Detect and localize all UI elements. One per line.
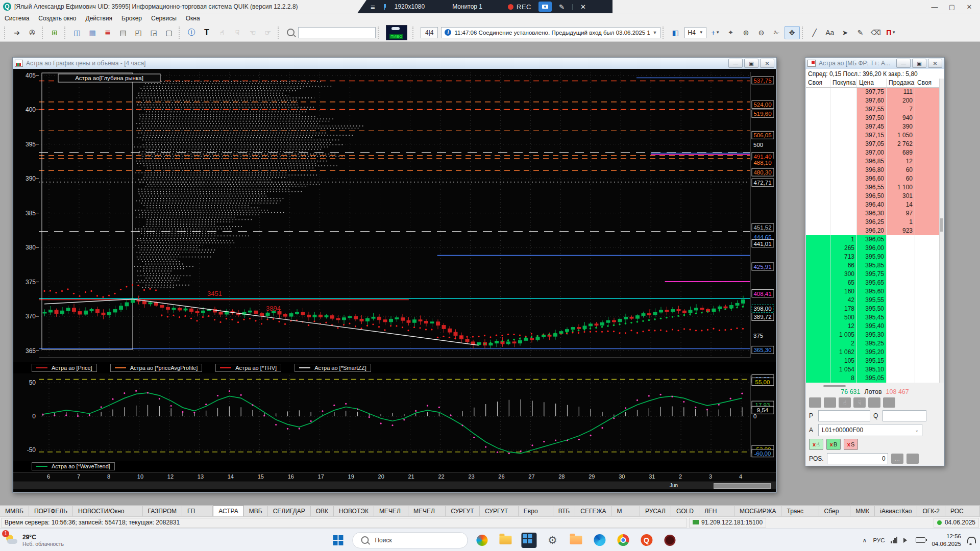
tab-сбер-прф[interactable]: Сбер прф [819,506,851,517]
recorder-button[interactable] [660,531,679,549]
column-header[interactable]: Цена [857,79,887,87]
text-tool-icon[interactable]: Aa [822,26,838,39]
tab-гп-нефть[interactable]: ГП нефть [182,506,213,517]
table-edit-icon[interactable]: ▤ [115,26,131,39]
chart-scrollbar[interactable]: Jun [13,482,776,489]
chart-scroll-thumb[interactable] [714,483,771,489]
tab-огк-2[interactable]: ОГК-2 [917,506,945,517]
orderbook-tool-button-3[interactable]: ☝ [839,397,851,408]
cancel-buy-button[interactable]: xB [826,439,841,450]
chart-restore-button[interactable]: ▣ [744,59,758,68]
bid-row[interactable]: 66395,85 [806,261,944,270]
ad-banner[interactable]: ПИВО [386,25,407,40]
tab-мосбиржа[interactable]: МОСБИРЖА [734,506,781,517]
zoom-out-icon[interactable]: ⊖ [754,26,769,39]
price-input[interactable] [818,410,870,421]
tab-новотэк[interactable]: НОВОТЭК [334,506,374,517]
copilot-button[interactable] [473,531,491,549]
ask-row[interactable]: 396,3097 [806,209,944,218]
picture-window-icon[interactable]: ▦ [85,26,100,39]
orderbook-tool-button-2[interactable] [824,397,836,408]
draw-tool-icon[interactable]: ✎ [853,26,868,39]
tab-сургут-прф[interactable]: СУРГУТ ПРФ [480,506,519,517]
quik-button[interactable]: Q [637,531,655,549]
stop-orders-icon[interactable]: ☞ [260,26,276,39]
tab-втб[interactable]: ВТБ [553,506,575,517]
bid-row[interactable]: 500395,45 [806,313,944,322]
column-header[interactable]: Покупка [830,79,857,87]
ask-row[interactable]: 396,8060 [806,166,944,174]
account-select[interactable]: L01+00000F00 ⌄ [818,424,922,436]
menu-item-1[interactable]: Система [0,15,34,22]
bid-row[interactable]: 105395,15 [806,357,944,365]
bid-row[interactable]: 2395,25 [806,339,944,348]
erase-tool-icon[interactable]: ⌫ [868,26,884,39]
ask-row[interactable]: 397,052 762 [806,140,944,148]
menu-item-4[interactable]: Брокер [117,15,146,22]
ask-row[interactable]: 397,75111 [806,88,944,96]
tab-евро-транс[interactable]: Евро Транс [519,506,553,517]
tab-газпром[interactable]: ГАЗПРОМ [143,506,183,517]
tab-мвб[interactable]: МВБ [244,506,268,517]
monitor-label[interactable]: Монитор 1 [452,3,482,10]
settings-button[interactable]: ⚙ [543,531,561,549]
orderbook-scroll-thumb[interactable] [940,218,943,232]
orderbook-scrollbar[interactable] [939,79,944,383]
menu-item-5[interactable]: Сервисы [146,15,181,22]
ask-row[interactable]: 396,50301 [806,192,944,201]
start-button[interactable] [329,531,347,549]
arrow-tool-icon[interactable]: ➤ [838,26,853,39]
tab-новости-окно-сообщений[interactable]: НОВОСТИ/Окно сообщений [73,506,142,517]
tab-мечел-об[interactable]: МЕЧЕЛ ОБ [374,506,408,517]
ask-row[interactable]: 396,551 100 [806,183,944,192]
crosshair-icon[interactable]: ⌖ [723,26,739,39]
tab-селигдар[interactable]: СЕЛИГДАР [268,506,311,517]
tab-транс-нефть[interactable]: Транс нефть [781,506,819,517]
tab-овк[interactable]: ОВК [311,506,334,517]
tab-сегежа[interactable]: СЕГЕЖА [575,506,611,517]
tab-iавиасткао[interactable]: iАвиастКао [875,506,917,517]
bid-row[interactable]: 1 054395,10 [806,365,944,374]
language-indicator[interactable]: РУС [873,537,885,543]
bid-row[interactable]: 65395,65 [806,279,944,287]
search-input[interactable]: Поиск [352,532,468,548]
sell-order-icon[interactable]: ☟ [230,26,245,39]
widgets-button[interactable] [520,531,538,549]
chart-window-icon[interactable]: ◫ [69,26,85,39]
files-button[interactable] [567,531,585,549]
ask-row[interactable]: 396,8512 [806,157,944,166]
add-series-icon[interactable]: +▼ [708,26,723,39]
screenshot-button[interactable] [538,2,552,12]
weather-widget[interactable]: 1 29°C Неб. облачность [0,534,117,547]
quantity-input[interactable] [883,410,926,421]
column-header[interactable]: Продажа [887,79,915,87]
bid-row[interactable]: 265396,00 [806,244,944,253]
orderbook-tool-button-6[interactable] [883,397,895,408]
chart-window-titlebar[interactable]: Астра ао График цены и объёма - [4 часа]… [13,58,776,69]
ask-row[interactable]: 396,4014 [806,201,944,209]
explorer-button[interactable] [496,531,514,549]
new-chart-icon[interactable]: ◧ [668,26,683,39]
maximize-button[interactable]: ▢ [943,3,961,11]
table-close-icon[interactable]: ◲ [146,26,161,39]
ask-row[interactable]: 397,60200 [806,96,944,105]
column-header[interactable]: Своя пр. [915,79,940,87]
battery-icon[interactable] [916,537,925,543]
ask-row[interactable]: 396,251 [806,218,944,227]
annotate-button[interactable]: ✎ [559,3,565,11]
menu-icon[interactable]: ≡ [371,3,375,11]
tab-ммк[interactable]: ММК [850,506,875,517]
minimize-button[interactable]: — [926,3,943,11]
text-icon[interactable]: T [199,26,214,39]
edge-button[interactable] [590,531,608,549]
info-icon[interactable]: ⓘ [184,26,199,39]
ask-row[interactable]: 396,6060 [806,174,944,183]
chart-minimize-button[interactable]: — [728,59,743,68]
orderbook-close-button[interactable]: ✕ [928,59,942,68]
pos-button-1[interactable]: … [891,454,903,464]
indicator-menu-icon[interactable]: П▼ [884,26,899,39]
overlay-close-button[interactable]: ✕ [580,3,586,11]
bid-row[interactable]: 160395,60 [806,287,944,296]
tab-мечел-прф[interactable]: МЕЧЕЛ ПРФ [408,506,446,517]
tray-expand-button[interactable]: ∧ [863,537,867,544]
